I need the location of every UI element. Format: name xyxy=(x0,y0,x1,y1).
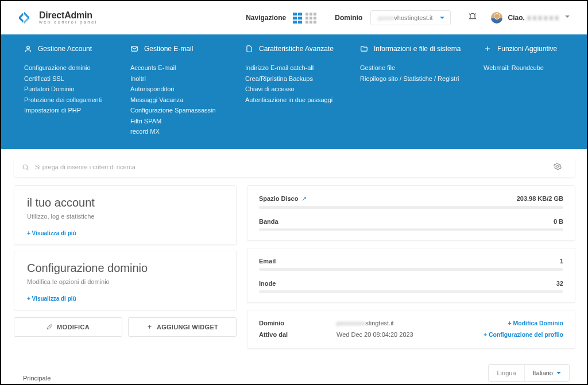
mega-col-system: Informazioni e file di sistema Gestione … xyxy=(360,45,483,138)
mega-col-advanced: Caratteristiche Avanzate Indirizzo E-mai… xyxy=(245,45,360,138)
progress-bar xyxy=(259,206,563,209)
user-icon xyxy=(24,45,32,53)
top-header: DirectAdmin web control panel Navigazion… xyxy=(1,1,587,34)
progress-bar xyxy=(259,228,563,231)
pencil-icon xyxy=(47,324,53,330)
mega-col-email: Gestione E-mail Accounts E-mailInoltriAu… xyxy=(130,45,245,138)
profile-config-link[interactable]: + Configurazione del profilo xyxy=(483,331,563,338)
mega-menu-item[interactable]: Gestione file xyxy=(360,63,483,73)
footer: Principale Lingua Italiano xyxy=(0,361,588,383)
mega-menu-item[interactable]: Puntatori Dominio xyxy=(24,84,130,94)
brand-logo[interactable]: DirectAdmin web control panel xyxy=(17,9,246,26)
mega-list: Webmail: Roundcube xyxy=(483,63,575,73)
svg-marker-2 xyxy=(24,16,29,24)
stat-label: Spazio Disco xyxy=(259,195,298,202)
user-avatar-icon[interactable] xyxy=(491,12,502,24)
domain-info-card: Dominio pxxxxxxxxstingtest.it + Modifica… xyxy=(247,310,575,349)
mega-menu-item[interactable]: Chiavi di accesso xyxy=(245,84,360,94)
mega-menu-item[interactable]: Certificati SSL xyxy=(24,74,130,84)
chevron-down-icon xyxy=(565,15,570,20)
mail-icon xyxy=(130,45,138,53)
mega-list: Indirizzo E-mail catch-allCrea/Ripristin… xyxy=(245,63,360,104)
svg-marker-0 xyxy=(19,13,24,23)
user-greeting[interactable]: Ciao, xxxxxx xyxy=(508,14,570,22)
mega-menu-item[interactable]: Configurazione dominio xyxy=(24,63,130,73)
mega-menu-item[interactable]: Messaggi Vacanza xyxy=(130,95,245,105)
stat-label: Email xyxy=(259,258,276,265)
stats-disk-bandwidth: Spazio Disco ↗ 203.98 KB/2 GB Banda 0 B xyxy=(247,185,575,241)
brand-tagline: web control panel xyxy=(39,20,98,25)
mega-menu-item[interactable]: Riepilogo sito / Statistiche / Registri xyxy=(360,74,483,84)
svg-point-3 xyxy=(27,46,30,49)
modify-domain-link[interactable]: + Modifica Dominio xyxy=(508,320,563,326)
card-title: Configurazione dominio xyxy=(27,262,223,275)
mega-menu-item[interactable]: Indirizzo E-mail catch-all xyxy=(245,63,360,73)
progress-bar xyxy=(259,290,563,293)
notifications-icon[interactable] xyxy=(468,13,477,24)
mega-menu-item[interactable]: Accounts E-mail xyxy=(130,63,245,73)
mega-list: Accounts E-mailInoltriAutorisponditoriMe… xyxy=(130,63,245,137)
mega-menu: Gestione Account Configurazione dominioC… xyxy=(1,34,587,149)
card-subtitle: Modifica le opzioni di dominio xyxy=(27,278,223,285)
settings-icon[interactable] xyxy=(554,162,567,172)
info-value: pxxxxxxxxstingtest.it xyxy=(336,320,508,326)
plus-icon xyxy=(146,324,153,330)
stat-value: 32 xyxy=(556,280,563,287)
plus-icon xyxy=(483,45,492,53)
language-value[interactable]: Italiano xyxy=(525,365,569,381)
nav-view-rows-icon[interactable] xyxy=(293,13,302,24)
mega-menu-item[interactable]: Configurazione Spamassassin xyxy=(130,106,245,115)
stats-email-inode: Email 1 Inode 32 xyxy=(247,248,575,303)
main-content: il tuo account Utilizzo, log e statistic… xyxy=(1,185,587,349)
mega-menu-item[interactable]: Autenticazione in due passaggi xyxy=(245,95,360,105)
nav-label: Navigazione xyxy=(246,14,286,22)
external-link-icon[interactable]: ↗ xyxy=(301,195,307,202)
mega-menu-item[interactable]: record MX xyxy=(130,127,245,137)
mega-list: Configurazione dominioCertificati SSLPun… xyxy=(24,63,130,115)
mega-menu-item[interactable]: Autorisponditori xyxy=(130,84,245,94)
language-label: Lingua xyxy=(489,365,524,381)
mega-col-account: Gestione Account Configurazione dominioC… xyxy=(24,45,130,138)
mega-menu-item[interactable]: Impostazioni di PHP xyxy=(24,106,130,115)
mega-menu-item[interactable]: Filtri SPAM xyxy=(130,116,245,126)
mega-menu-item[interactable]: Webmail: Roundcube xyxy=(483,63,575,73)
progress-bar xyxy=(259,268,563,271)
stat-value: 1 xyxy=(560,258,563,265)
edit-button[interactable]: MODIFICA xyxy=(14,317,122,337)
card-subtitle: Utilizzo, log e statistiche xyxy=(27,213,223,220)
domain-select[interactable]: pxxxxvhostingtest.it xyxy=(370,10,450,25)
stat-label: Banda xyxy=(259,218,278,225)
card-title: il tuo account xyxy=(27,196,223,209)
file-icon xyxy=(245,45,253,53)
breadcrumb[interactable]: Principale xyxy=(23,375,51,382)
search-icon xyxy=(22,164,29,171)
domain-label: Dominio xyxy=(335,14,362,22)
svg-point-6 xyxy=(556,165,559,168)
mega-menu-item[interactable]: Inoltri xyxy=(130,74,245,84)
stat-value: 203.98 KB/2 GB xyxy=(517,195,563,202)
brand-name: DirectAdmin xyxy=(39,11,98,20)
info-key: Attivo dal xyxy=(259,331,336,338)
search-input[interactable] xyxy=(35,164,554,170)
view-more-link[interactable]: + Visualizza di più xyxy=(27,230,223,236)
mega-list: Gestione fileRiepilogo sito / Statistich… xyxy=(360,63,483,83)
stat-label: Inode xyxy=(259,280,276,287)
nav-view-grid-icon[interactable] xyxy=(305,13,316,24)
add-widget-button[interactable]: AGGIUNGI WIDGET xyxy=(128,317,237,337)
mega-menu-item[interactable]: Crea/Ripristina Backups xyxy=(245,74,360,84)
info-value: Wed Dec 20 08:04:20 2023 xyxy=(336,331,483,338)
mega-col-extras: Funzioni Aggiuntive Webmail: Roundcube xyxy=(483,45,575,138)
stat-value: 0 B xyxy=(554,218,563,225)
language-selector[interactable]: Lingua Italiano xyxy=(488,364,570,382)
card-account: il tuo account Utilizzo, log e statistic… xyxy=(14,185,237,245)
search-bar xyxy=(14,157,575,177)
info-key: Dominio xyxy=(259,320,336,326)
view-more-link[interactable]: + Visualizza di più xyxy=(27,295,223,302)
directadmin-logo-icon xyxy=(17,9,34,26)
card-domain-config: Configurazione dominio Modifica le opzio… xyxy=(14,251,237,310)
svg-point-5 xyxy=(23,165,28,169)
folder-icon xyxy=(360,45,368,53)
mega-menu-item[interactable]: Protezione dei collegamenti xyxy=(24,95,130,105)
